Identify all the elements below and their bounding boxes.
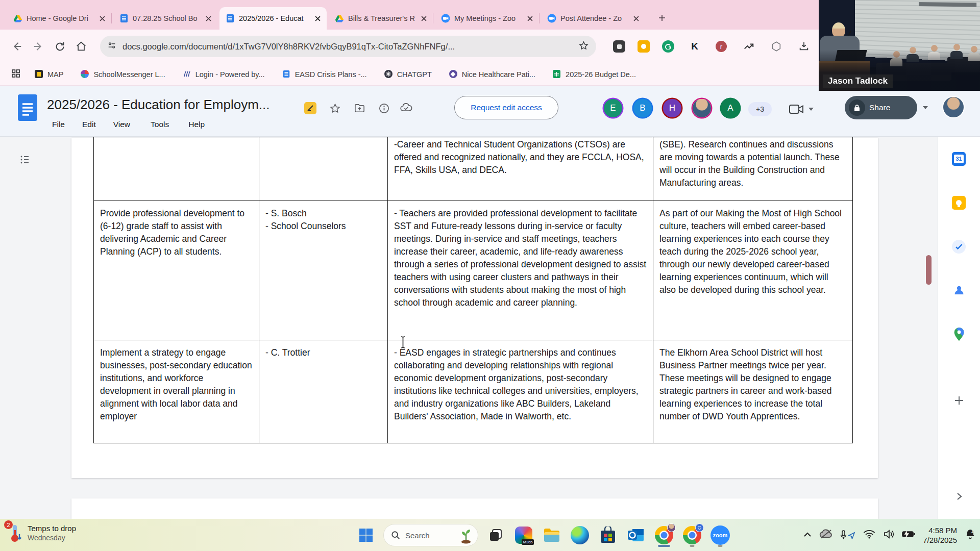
home-icon[interactable] xyxy=(72,30,90,63)
weather-widget[interactable]: 2 Temps to drop Wednesday xyxy=(6,523,76,543)
red-reader-icon[interactable]: r xyxy=(714,30,729,63)
info-icon[interactable] xyxy=(377,101,391,115)
menu-help[interactable]: Help xyxy=(186,118,207,131)
tray-chevron-up-icon[interactable] xyxy=(803,531,812,540)
downloads-tray-icon[interactable] xyxy=(796,30,812,63)
more-collaborators-badge[interactable]: +3 xyxy=(748,102,772,116)
close-icon[interactable] xyxy=(98,14,106,22)
table-cell[interactable]: - Teachers are provided professional dev… xyxy=(388,201,653,340)
forward-icon[interactable] xyxy=(30,30,47,63)
scrollbar-thumb[interactable] xyxy=(926,255,932,285)
bookmark-budget[interactable]: 2025-26 Budget De... xyxy=(553,70,636,79)
search-input[interactable]: Search xyxy=(383,524,478,546)
tab-my-meetings-zoom[interactable]: My Meetings - Zoo xyxy=(435,7,539,30)
menu-view[interactable]: View xyxy=(111,118,132,131)
tab-school-board[interactable]: 07.28.25 School Bo xyxy=(113,7,217,30)
address-bar[interactable]: docs.google.com/document/d/1xTwG7V0lY8h8… xyxy=(100,36,596,57)
close-icon[interactable] xyxy=(420,14,428,22)
bookmark-nice-healthcare[interactable]: Nice Healthcare Pati... xyxy=(449,70,535,79)
microsoft-store-button[interactable] xyxy=(597,523,619,547)
file-explorer-button[interactable] xyxy=(541,523,562,547)
document-canvas[interactable]: -Career and Technical Student Organizati… xyxy=(0,137,937,519)
edge-button[interactable] xyxy=(569,523,591,547)
apps-grid-icon[interactable] xyxy=(11,69,20,80)
cloud-saved-icon[interactable] xyxy=(399,101,413,115)
dark-extension-icon[interactable] xyxy=(611,30,627,63)
wifi-icon[interactable] xyxy=(863,530,875,541)
reload-icon[interactable] xyxy=(51,30,68,63)
collaborator-avatar-a[interactable]: A xyxy=(721,99,740,117)
onedrive-paused-icon[interactable] xyxy=(819,529,832,541)
volume-icon[interactable] xyxy=(883,529,894,541)
google-docs-logo[interactable] xyxy=(17,94,38,123)
request-edit-access-button[interactable]: Request edit access xyxy=(454,96,558,119)
tab-bills-treasurer[interactable]: Bills & Treasurer's R xyxy=(329,7,433,30)
collaborator-avatar-b[interactable]: B xyxy=(633,99,652,117)
chrome-profile2-button[interactable] xyxy=(681,523,703,547)
close-icon[interactable] xyxy=(313,14,322,22)
menu-edit[interactable]: Edit xyxy=(80,118,98,131)
mic-location-icon[interactable] xyxy=(840,530,855,540)
close-icon[interactable] xyxy=(204,14,212,22)
site-info-icon[interactable] xyxy=(107,41,116,52)
collaborator-avatar-e[interactable]: E xyxy=(604,99,622,117)
menu-file[interactable]: File xyxy=(50,118,67,131)
table-cell[interactable]: Implement a strategy to engage businesse… xyxy=(94,340,259,443)
zoom-app-button[interactable]: zoom xyxy=(709,523,731,547)
trending-arrow-icon[interactable] xyxy=(741,30,756,63)
table-cell[interactable] xyxy=(94,137,259,201)
battery-icon[interactable] xyxy=(902,530,915,540)
contacts-icon[interactable] xyxy=(951,283,967,298)
tasks-icon[interactable] xyxy=(951,239,967,254)
tab-active-education[interactable]: 2025/2026 - Educat xyxy=(219,7,327,30)
tab-post-attendee-zoom[interactable]: Post Attendee - Zo xyxy=(541,7,645,30)
share-button[interactable]: Share xyxy=(845,96,917,119)
m365-copilot-button[interactable]: M365 xyxy=(513,523,534,547)
calendar-icon[interactable]: 31 xyxy=(951,151,967,166)
menu-tools[interactable]: Tools xyxy=(149,118,171,131)
move-folder-icon[interactable] xyxy=(352,101,366,115)
collaborator-avatar-h[interactable]: H xyxy=(663,99,681,117)
task-view-button[interactable] xyxy=(485,523,506,547)
outlook-button[interactable] xyxy=(625,523,647,547)
bookmark-star-icon[interactable] xyxy=(578,40,589,53)
close-icon[interactable] xyxy=(526,14,534,22)
document-page-next[interactable] xyxy=(71,498,878,519)
keep-icon[interactable] xyxy=(951,195,967,210)
table-cell[interactable]: Provide professional development to (6-1… xyxy=(94,201,259,340)
share-dropdown-icon[interactable] xyxy=(923,106,928,109)
profile-avatar[interactable] xyxy=(942,96,965,118)
collaborator-avatar-photo[interactable] xyxy=(693,99,711,117)
chrome-profile1-button[interactable] xyxy=(653,523,675,547)
table-cell[interactable]: As part of our Making the Most of High S… xyxy=(653,201,853,340)
table-cell[interactable]: The Elkhorn Area School District will ho… xyxy=(653,340,853,443)
close-icon[interactable] xyxy=(632,14,640,22)
join-video-call-button[interactable] xyxy=(789,103,814,115)
tab-home-drive[interactable]: Home - Google Dri xyxy=(7,7,111,30)
clock-widget[interactable]: 4:58 PM 7/28/2025 xyxy=(923,525,957,545)
back-icon[interactable] xyxy=(8,30,26,63)
document-page[interactable]: -Career and Technical Student Organizati… xyxy=(71,138,878,478)
document-title[interactable]: 2025/2026 - Education for Employm... xyxy=(47,97,270,113)
plus-icon[interactable] xyxy=(951,393,967,408)
kami-icon[interactable]: K xyxy=(687,30,702,63)
maps-icon[interactable] xyxy=(951,327,967,342)
bookmark-schoolmessenger[interactable]: SchoolMessenger L... xyxy=(81,70,165,79)
table-cell[interactable]: - EASD engages in strategic partnerships… xyxy=(388,340,653,443)
bookmark-easd-crisis[interactable]: EASD Crisis Plans -... xyxy=(282,70,367,79)
bookmark-map[interactable]: MAP xyxy=(35,70,63,79)
new-tab-button[interactable] xyxy=(655,11,669,24)
chevron-right-icon[interactable] xyxy=(951,489,967,504)
table-cell[interactable]: - C. Trottier xyxy=(259,340,388,443)
document-outline-icon[interactable] xyxy=(19,154,31,167)
kami-badge-icon[interactable] xyxy=(303,101,317,115)
yellow-note-icon[interactable] xyxy=(636,30,651,63)
notification-bell-icon[interactable]: z xyxy=(965,529,976,542)
hexagon-icon[interactable] xyxy=(769,30,784,63)
chevron-down-icon[interactable] xyxy=(808,108,814,111)
bookmark-login[interactable]: Login - Powered by... xyxy=(183,70,265,79)
bookmark-chatgpt[interactable]: CHATGPT xyxy=(384,70,432,79)
start-button[interactable] xyxy=(355,523,377,547)
table-cell[interactable] xyxy=(259,137,388,201)
table-cell[interactable]: (SBE). Research continues and discussion… xyxy=(653,137,853,201)
